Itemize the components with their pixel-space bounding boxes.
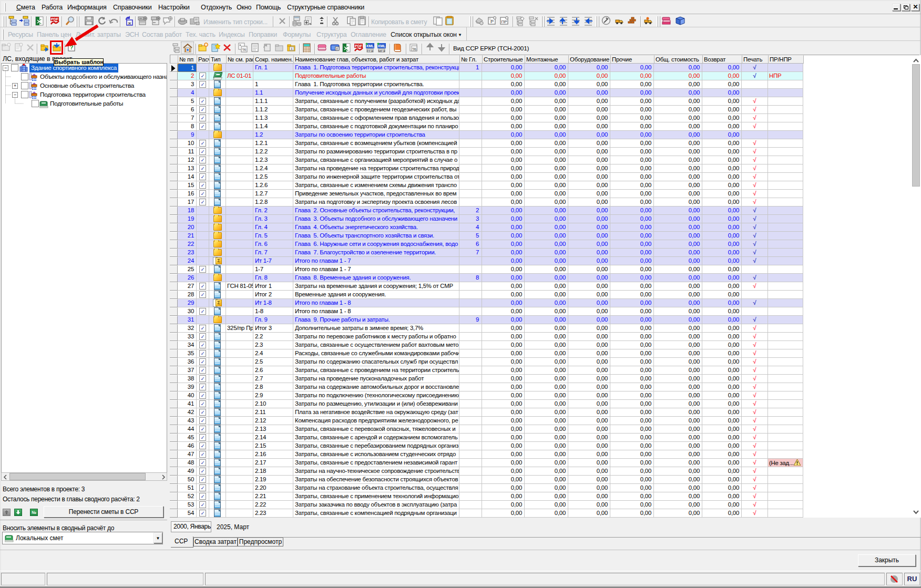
svg-text:МГЭ: МГЭ xyxy=(378,49,385,53)
svg-text:PDF: PDF xyxy=(51,17,59,21)
svg-text:ж: ж xyxy=(128,20,131,26)
svg-text:PDF: PDF xyxy=(355,44,363,48)
svg-text:%: % xyxy=(242,47,246,52)
svg-text:P: P xyxy=(490,19,494,24)
svg-text:XML: XML xyxy=(366,44,375,48)
svg-text:F: F xyxy=(336,47,339,50)
svg-text:Σ: Σ xyxy=(291,47,293,50)
svg-text:ГГЭ: ГГЭ xyxy=(367,49,373,53)
svg-text:XML: XML xyxy=(378,44,386,48)
svg-text:ПР: ПР xyxy=(501,19,507,24)
svg-text:%: % xyxy=(412,47,416,51)
